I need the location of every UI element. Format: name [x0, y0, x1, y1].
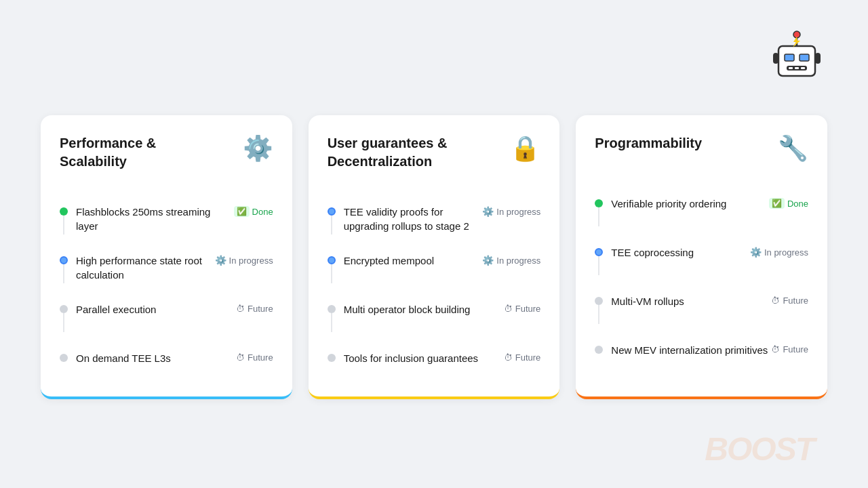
check-icon: ✅	[769, 198, 785, 209]
card-user-guarantees-title: User guarantees &Decentralization	[328, 134, 448, 171]
hourglass-icon: ⏱	[236, 304, 245, 314]
card-user-guarantees-list: TEE validity proofs for upgrading rollup…	[328, 195, 541, 375]
item-left: TEE validity proofs for upgrading rollup…	[328, 205, 483, 235]
item-text: Multi-VM rollups	[611, 294, 684, 308]
badge-label: Future	[515, 304, 541, 314]
connector-line	[63, 216, 64, 235]
item-text: Parallel execution	[76, 302, 156, 317]
gear-icon: ⚙️	[750, 247, 762, 258]
svg-rect-9	[801, 67, 805, 69]
dot-container	[595, 248, 603, 275]
badge-label: In progress	[496, 207, 540, 217]
hourglass-icon: ⏱	[771, 296, 780, 306]
badge-label: Done	[252, 207, 273, 217]
item-left: On demand TEE L3s	[60, 351, 171, 365]
item-left: TEE coprocessing	[595, 245, 694, 275]
gear-icon: ⚙️	[482, 255, 494, 266]
card-programmability-list: Verifiable priority ordering✅ DoneTEE co…	[595, 187, 808, 367]
status-dot	[328, 207, 336, 216]
dot-container	[60, 354, 68, 362]
item-left: New MEV internalization primitives	[595, 343, 768, 357]
card-user-guarantees-header: User guarantees &Decentralization🔒	[328, 134, 541, 171]
status-dot	[60, 207, 68, 216]
watermark: BOOST	[705, 430, 814, 468]
svg-rect-4	[785, 54, 794, 61]
list-item: Parallel execution⏱ Future	[60, 293, 273, 342]
item-text: Multi operator block building	[344, 302, 471, 317]
item-text: Tools for inclusion guarantees	[344, 351, 478, 365]
connector-line	[63, 264, 64, 283]
header	[41, 27, 827, 91]
dot-container	[595, 199, 603, 226]
item-left: Multi-VM rollups	[595, 294, 684, 324]
status-badge: ⚙️ In progress	[482, 206, 540, 217]
item-left: Parallel execution	[60, 302, 156, 332]
connector-line	[331, 264, 332, 283]
card-performance-title: Performance &Scalability	[60, 134, 156, 171]
robot-logo	[766, 27, 827, 91]
list-item: On demand TEE L3s⏱ Future	[60, 342, 273, 375]
page-container: Performance &Scalability⚙️Flashblocks 25…	[0, 0, 868, 426]
badge-label: Done	[787, 199, 808, 209]
dot-container	[328, 256, 336, 283]
status-dot	[60, 354, 68, 362]
status-badge: ⏱ Future	[771, 344, 808, 354]
status-dot	[60, 256, 68, 264]
list-item: TEE validity proofs for upgrading rollup…	[328, 195, 541, 244]
status-dot	[328, 256, 336, 264]
status-badge: ⏱ Future	[504, 304, 541, 314]
status-badge: ⏱ Future	[504, 352, 541, 363]
list-item: Multi operator block building⏱ Future	[328, 293, 541, 342]
item-text: New MEV internalization primitives	[611, 343, 768, 357]
gear-icon: ⚙️	[482, 206, 494, 217]
list-item: High performance state root calculation⚙…	[60, 244, 273, 293]
card-performance: Performance &Scalability⚙️Flashblocks 25…	[41, 115, 292, 399]
status-badge: ⚙️ In progress	[482, 255, 540, 266]
svg-rect-7	[789, 67, 793, 69]
hourglass-icon: ⏱	[504, 304, 513, 314]
svg-rect-11	[815, 53, 821, 64]
dot-container	[595, 297, 603, 324]
item-left: High performance state root calculation	[60, 253, 215, 283]
connector-line	[331, 216, 332, 235]
hourglass-icon: ⏱	[236, 352, 245, 363]
card-user-guarantees: User guarantees &Decentralization🔒TEE va…	[309, 115, 560, 399]
item-text: Verifiable priority ordering	[611, 197, 726, 211]
card-programmability: Programmability🔧Verifiable priority orde…	[576, 115, 827, 399]
badge-label: Future	[783, 344, 808, 354]
badge-label: Future	[248, 304, 273, 314]
connector-line	[598, 207, 599, 226]
status-badge: ⏱ Future	[236, 304, 273, 314]
status-dot	[595, 297, 603, 305]
card-performance-list: Flashblocks 250ms streaming layer✅ DoneH…	[60, 195, 273, 375]
connector-line	[63, 313, 64, 332]
list-item: Multi-VM rollups⏱ Future	[595, 285, 808, 333]
item-left: Encrypted mempool	[328, 253, 434, 283]
badge-label: In progress	[496, 256, 540, 266]
cards-container: Performance &Scalability⚙️Flashblocks 25…	[41, 115, 827, 399]
list-item: Tools for inclusion guarantees⏱ Future	[328, 342, 541, 375]
status-dot	[595, 248, 603, 256]
badge-label: Future	[515, 352, 541, 363]
item-text: TEE coprocessing	[611, 245, 694, 260]
status-badge: ⏱ Future	[771, 296, 808, 306]
badge-label: In progress	[764, 247, 808, 258]
card-performance-icon: ⚙️	[243, 134, 273, 163]
connector-line	[331, 313, 332, 332]
item-text: Encrypted mempool	[344, 253, 434, 268]
item-left: Flashblocks 250ms streaming layer	[60, 205, 234, 235]
item-left: Multi operator block building	[328, 302, 471, 332]
badge-label: Future	[783, 296, 808, 306]
item-text: TEE validity proofs for upgrading rollup…	[344, 205, 483, 233]
dot-container	[328, 305, 336, 332]
status-badge: ✅ Done	[769, 198, 808, 209]
status-badge: ⚙️ In progress	[750, 247, 808, 258]
status-dot	[328, 305, 336, 313]
status-dot	[328, 354, 336, 362]
card-programmability-header: Programmability🔧	[595, 134, 808, 163]
card-user-guarantees-icon: 🔒	[510, 134, 540, 163]
dot-container	[60, 305, 68, 332]
status-dot	[60, 305, 68, 313]
svg-rect-0	[778, 46, 815, 76]
list-item: Flashblocks 250ms streaming layer✅ Done	[60, 195, 273, 244]
